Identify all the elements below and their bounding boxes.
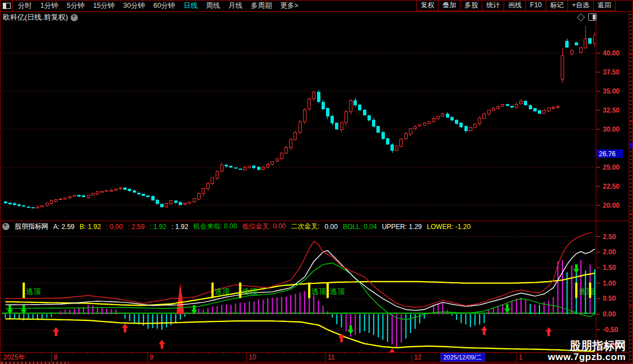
svg-text:35.00: 35.00 xyxy=(603,87,620,95)
svg-text:37.50: 37.50 xyxy=(603,68,620,76)
indicator-header: 股朋指标网 A: 2.59B: 1.92: 0.00: 2.59: 1.92: … xyxy=(2,222,595,231)
indicator-plot: 逃顶逃顶逃顶逃顶逃顶逃顶逃顶 xyxy=(2,232,607,357)
pane-toggle-icon[interactable] xyxy=(588,13,597,21)
toolbar-button[interactable]: 叠加 xyxy=(438,1,460,11)
symbol-title: 欧科亿(日线.前复权) xyxy=(3,12,68,22)
indicator-value: : 1.92 xyxy=(171,223,188,231)
period-tab[interactable]: 30分钟 xyxy=(123,1,145,11)
svg-text:1: 1 xyxy=(519,353,523,361)
svg-text:40.00: 40.00 xyxy=(603,49,620,57)
svg-text:12: 12 xyxy=(414,353,422,361)
svg-text:20.00: 20.00 xyxy=(603,202,620,209)
chevron-down-icon[interactable] xyxy=(71,14,78,21)
svg-text:逃顶: 逃顶 xyxy=(579,287,594,296)
watermark: 股朋指标网 www.7gpzb.com xyxy=(548,340,626,362)
svg-text:逃顶: 逃顶 xyxy=(311,287,327,296)
indicator-value: B: 1.92 xyxy=(80,223,101,231)
indicator-name[interactable]: 股朋指标网 xyxy=(15,222,48,231)
watermark-url: www.7gpzb.com xyxy=(548,352,626,362)
toolbar-button[interactable]: 画线 xyxy=(504,1,526,11)
svg-text:22.50: 22.50 xyxy=(603,183,620,190)
period-tab[interactable]: 60分钟 xyxy=(153,1,175,11)
indicator-value: A: 2.59 xyxy=(53,223,75,231)
svg-text:32.50: 32.50 xyxy=(603,106,620,114)
period-tab[interactable]: 周线 xyxy=(206,1,220,11)
indicator-value: 0.00 xyxy=(325,223,338,231)
toolbar-button[interactable]: 多股 xyxy=(460,1,482,11)
period-tab[interactable]: 更多> xyxy=(280,1,298,11)
svg-text:1.50: 1.50 xyxy=(603,264,616,272)
window-layout-icon[interactable] xyxy=(1,1,13,11)
top-toolbar: 分时1分钟5分钟15分钟30分钟60分钟日线周线月线多周期更多> 复权叠加多股统… xyxy=(1,1,633,12)
toolbar-button[interactable]: +自选 xyxy=(567,1,594,11)
chart-canvas[interactable]: 逃顶逃顶逃顶逃顶逃顶逃顶逃顶40.0037.5035.0032.5030.002… xyxy=(1,1,633,364)
indicator-axis: 2.502.001.501.000.500.00-0.50-1.00 xyxy=(597,233,618,349)
svg-text:8: 8 xyxy=(54,353,58,361)
svg-text:2.00: 2.00 xyxy=(603,248,616,256)
candles xyxy=(4,26,596,208)
toolbar-button[interactable]: F10 xyxy=(525,1,546,11)
toolbar-button[interactable]: 标记 xyxy=(546,1,568,11)
svg-text:10: 10 xyxy=(249,353,257,361)
toolbar-button[interactable]: 统计 xyxy=(482,1,504,11)
indicator-value: LOWER: -1.20 xyxy=(427,223,471,231)
svg-text:25.00: 25.00 xyxy=(603,164,620,171)
indicator-value: 机会来临: 0.00 xyxy=(193,222,237,231)
toolbar-button[interactable]: 复权 xyxy=(416,1,439,11)
period-tabs: 分时1分钟5分钟15分钟30分钟60分钟日线周线月线多周期更多> xyxy=(18,1,298,11)
svg-text:逃顶: 逃顶 xyxy=(243,287,258,296)
indicator-value: 低位金叉: 0.00 xyxy=(242,222,286,231)
indicator-value: : 0.00 xyxy=(106,223,123,231)
indicator-value: BOLL: 0.04 xyxy=(343,223,377,231)
svg-text:逃顶: 逃顶 xyxy=(26,287,41,296)
right-edge-strip xyxy=(630,11,633,364)
svg-text:1.00: 1.00 xyxy=(603,279,616,287)
indicator-value: : 2.59 xyxy=(128,223,145,231)
period-tab[interactable]: 多周期 xyxy=(251,1,272,11)
svg-text:逃顶: 逃顶 xyxy=(330,287,345,296)
svg-text:2025/12/09/二: 2025/12/09/二 xyxy=(443,354,482,361)
period-tab[interactable]: 日线 xyxy=(184,1,198,11)
toolbar-buttons: 复权叠加多股统计画线F10标记+自选返回 xyxy=(417,1,616,11)
chart-title-row: 欧科亿(日线.前复权) xyxy=(3,12,78,22)
indicator-value: 二次金叉: xyxy=(291,222,319,231)
price-axis: 40.0037.5035.0032.5030.0025.0022.5020.00… xyxy=(597,49,623,209)
svg-text:0.00: 0.00 xyxy=(603,310,616,318)
period-tab[interactable]: 月线 xyxy=(229,1,243,11)
svg-text:30.00: 30.00 xyxy=(603,125,620,133)
chart-corner-icons xyxy=(578,13,597,21)
indicator-value: UPPER: 1.29 xyxy=(382,223,422,231)
svg-text:26.76: 26.76 xyxy=(599,150,616,158)
svg-text:9: 9 xyxy=(150,353,153,361)
svg-text:2025年: 2025年 xyxy=(3,353,25,361)
chevron-down-icon[interactable] xyxy=(2,223,10,230)
toolbar-button[interactable]: 返回 xyxy=(593,1,616,11)
period-tab[interactable]: 1分钟 xyxy=(40,1,58,11)
svg-text:逃顶: 逃顶 xyxy=(215,287,230,296)
period-tab[interactable]: 5分钟 xyxy=(67,1,85,11)
period-tab[interactable]: 15分钟 xyxy=(93,1,115,11)
indicator-value: : 1.92 xyxy=(150,223,166,231)
watermark-brand: 股朋指标网 xyxy=(548,340,626,352)
svg-text:-0.50: -0.50 xyxy=(603,326,618,334)
svg-text:0.50: 0.50 xyxy=(603,295,616,302)
diamond-marker-icon[interactable] xyxy=(577,13,585,21)
period-tab[interactable]: 分时 xyxy=(18,1,32,11)
svg-text:11: 11 xyxy=(328,353,335,361)
trading-app-window: 逃顶逃顶逃顶逃顶逃顶逃顶逃顶40.0037.5035.0032.5030.002… xyxy=(0,0,633,364)
svg-text:2.50: 2.50 xyxy=(603,233,616,241)
